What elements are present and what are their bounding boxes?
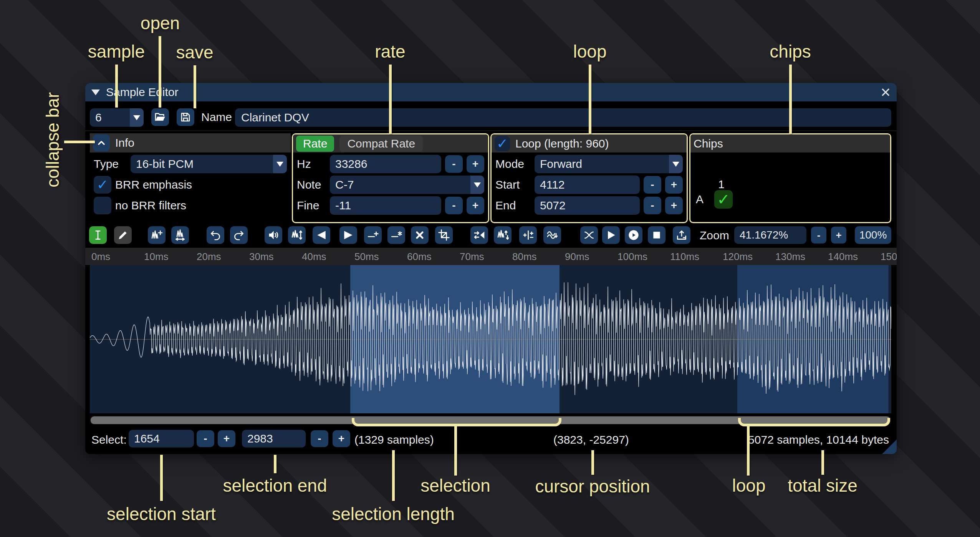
crossfade-loop-button[interactable] <box>580 226 598 244</box>
window-titlebar[interactable]: Sample Editor × <box>85 83 897 101</box>
ruler-label: 150ms <box>881 251 897 263</box>
loop-start-input[interactable]: 4112 <box>535 176 640 194</box>
resample-button[interactable] <box>148 226 166 244</box>
info-panel: Info Type 16-bit PCM ✓ BRR emphasis ✓ no… <box>90 133 291 223</box>
triangle-right-icon <box>342 229 354 241</box>
edit-select-button[interactable] <box>89 226 107 244</box>
invert-button[interactable] <box>494 226 512 244</box>
hz-plus-button[interactable]: + <box>467 155 484 173</box>
tab-rate[interactable]: Rate <box>296 136 334 152</box>
floppy-save-icon <box>180 111 191 123</box>
annotation-line-save <box>194 65 196 108</box>
selection-end-plus-button[interactable]: + <box>333 430 350 447</box>
fine-plus-button[interactable]: + <box>467 197 484 214</box>
note-dropdown[interactable]: C-7 <box>330 176 484 194</box>
signed-unsigned-button[interactable] <box>519 226 537 244</box>
hz-minus-button[interactable]: - <box>445 155 463 173</box>
chips-panel-header: Chips <box>690 134 890 152</box>
chevron-up-icon <box>96 138 107 148</box>
chevron-down-icon[interactable] <box>130 108 144 127</box>
tab-compat-rate[interactable]: Compat Rate <box>339 136 423 152</box>
insert-silence-button[interactable] <box>364 226 382 244</box>
delete-button[interactable] <box>411 226 429 244</box>
open-sample-button[interactable] <box>151 108 169 126</box>
brr-emphasis-label: BRR emphasis <box>115 178 192 191</box>
selection-start-plus-button[interactable]: + <box>218 430 235 447</box>
loop-end-input[interactable]: 5072 <box>535 196 640 215</box>
annotation-selection: selection <box>420 475 490 496</box>
selection-start-input[interactable]: 1654 <box>129 430 194 448</box>
zoom-reset-button[interactable]: 100% <box>855 226 891 244</box>
sample-name-input[interactable]: Clarinet DQV <box>235 108 891 127</box>
fade-in-button[interactable] <box>313 226 330 244</box>
stop-preview-button[interactable] <box>648 226 665 244</box>
ruler-label: 0ms <box>91 251 110 263</box>
chips-panel: Chips 1 A ✓ <box>689 133 891 223</box>
ruler-label: 60ms <box>407 251 432 263</box>
zoom-plus-button[interactable]: + <box>831 227 846 244</box>
loop-mode-dropdown[interactable]: Forward <box>535 155 683 173</box>
note-label: Note <box>297 178 326 191</box>
annotation-sample: sample <box>88 41 145 62</box>
export-button[interactable] <box>673 226 690 244</box>
trim-button[interactable] <box>435 226 453 244</box>
selection-end-input[interactable]: 2983 <box>242 430 306 448</box>
annotation-line-sample <box>115 65 118 108</box>
apply-silence-button[interactable] <box>387 226 405 244</box>
loop-start-minus-button[interactable]: - <box>644 176 661 194</box>
annotation-rate: rate <box>375 41 405 62</box>
ruler-label: 140ms <box>828 251 858 263</box>
edit-draw-button[interactable] <box>114 226 132 244</box>
normalize-button[interactable] <box>288 226 306 244</box>
close-icon[interactable]: × <box>881 85 891 100</box>
loop-end-plus-button[interactable]: + <box>665 197 683 214</box>
waveform-display[interactable] <box>90 265 891 413</box>
redo-icon <box>233 229 245 241</box>
preview-button[interactable] <box>602 226 620 244</box>
speaker-icon <box>267 229 280 241</box>
fine-input[interactable]: -11 <box>330 196 441 215</box>
zoom-input[interactable]: 41.1672% <box>734 226 806 244</box>
reverse-button[interactable] <box>470 226 488 244</box>
sample-type-dropdown[interactable]: 16-bit PCM <box>131 155 287 173</box>
reverse-icon <box>473 229 485 241</box>
redo-button[interactable] <box>230 226 248 244</box>
preview-cursor-button[interactable] <box>625 226 642 244</box>
folder-open-icon <box>154 111 166 123</box>
fine-minus-button[interactable]: - <box>445 197 463 214</box>
fade-out-button[interactable] <box>339 226 357 244</box>
rate-panel: Rate Compat Rate Hz 33286 - + Note C-7 <box>292 133 489 223</box>
selection-start-minus-button[interactable]: - <box>197 430 214 447</box>
time-ruler[interactable]: 0ms10ms20ms30ms40ms50ms60ms70ms80ms90ms1… <box>85 248 897 265</box>
window-resize-grip[interactable] <box>882 439 897 454</box>
zoom-label: Zoom <box>700 229 729 242</box>
chip-enable-checkbox[interactable]: ✓ <box>714 190 733 209</box>
loop-enable-checkbox[interactable]: ✓ <box>495 136 510 151</box>
annotation-line-rate <box>389 65 392 134</box>
annotation-open: open <box>141 13 180 33</box>
apply-filter-button[interactable] <box>543 226 561 244</box>
annotation-selection-start: selection start <box>107 504 216 524</box>
resize-button[interactable] <box>171 226 189 244</box>
save-sample-button[interactable] <box>177 108 194 126</box>
window-collapse-icon[interactable] <box>91 90 100 95</box>
collapse-info-button[interactable] <box>93 134 110 151</box>
annotation-loop-bottom: loop <box>732 475 766 496</box>
loop-end-minus-button[interactable]: - <box>644 197 661 214</box>
undo-button[interactable] <box>207 226 224 244</box>
ruler-label: 130ms <box>775 251 805 263</box>
loop-start-plus-button[interactable]: + <box>665 176 683 194</box>
annotation-line-open <box>159 36 161 108</box>
annotation-bracket-selection <box>352 418 561 426</box>
zoom-minus-button[interactable]: - <box>811 227 826 244</box>
upload-icon <box>675 229 688 241</box>
annotation-cursor-position: cursor position <box>535 476 650 497</box>
no-brr-filters-checkbox[interactable]: ✓ <box>94 197 111 214</box>
selection-end-minus-button[interactable]: - <box>311 430 328 447</box>
hz-input[interactable]: 33286 <box>330 155 441 173</box>
brr-emphasis-checkbox[interactable]: ✓ <box>94 176 111 194</box>
annotation-chips: chips <box>770 41 811 62</box>
sample-selector-dropdown[interactable]: 6 <box>90 108 144 127</box>
amplify-button[interactable] <box>265 226 282 244</box>
type-label: Type <box>94 157 127 171</box>
